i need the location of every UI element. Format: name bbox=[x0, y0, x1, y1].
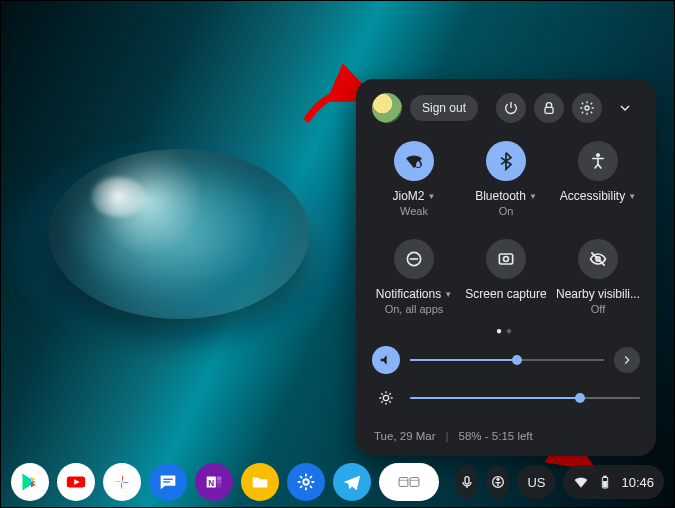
wifi-icon bbox=[394, 141, 434, 181]
svg-rect-18 bbox=[217, 484, 222, 488]
screen-capture-label: Screen capture bbox=[465, 287, 546, 301]
quick-settings-panel: Sign out JioM2▼ Weak Bluetooth▼ On Acces… bbox=[356, 79, 656, 456]
accessibility-label: Accessibility bbox=[560, 189, 625, 203]
ime-button[interactable]: US bbox=[517, 465, 555, 499]
svg-rect-24 bbox=[465, 477, 469, 484]
svg-rect-21 bbox=[410, 478, 419, 487]
accessibility-tile[interactable]: Accessibility▼ bbox=[556, 141, 640, 217]
settings-button[interactable] bbox=[572, 93, 602, 123]
svg-point-1 bbox=[585, 106, 589, 110]
bluetooth-sublabel: On bbox=[499, 205, 514, 217]
audio-settings-button[interactable] bbox=[614, 347, 640, 373]
battery-label[interactable]: 58% - 5:15 left bbox=[459, 430, 533, 442]
wifi-tile[interactable]: JioM2▼ Weak bbox=[372, 141, 456, 217]
svg-point-7 bbox=[503, 257, 508, 262]
settings-app[interactable] bbox=[287, 463, 325, 501]
brightness-slider-row bbox=[372, 384, 640, 412]
window-overview[interactable] bbox=[379, 463, 439, 501]
bluetooth-label: Bluetooth bbox=[475, 189, 526, 203]
do-not-disturb-icon bbox=[394, 239, 434, 279]
svg-point-26 bbox=[496, 478, 499, 481]
svg-text:N: N bbox=[208, 479, 214, 488]
lock-button[interactable] bbox=[534, 93, 564, 123]
svg-point-19 bbox=[303, 479, 309, 485]
svg-rect-16 bbox=[217, 477, 222, 481]
bluetooth-icon bbox=[486, 141, 526, 181]
user-avatar[interactable] bbox=[372, 93, 402, 123]
screen-reader-button[interactable] bbox=[486, 465, 509, 499]
svg-rect-29 bbox=[604, 481, 607, 487]
shelf: N US 10:46 bbox=[1, 457, 674, 507]
dictation-button[interactable] bbox=[455, 465, 478, 499]
clock: 10:46 bbox=[621, 475, 654, 490]
screen-capture-icon bbox=[486, 239, 526, 279]
accessibility-icon bbox=[578, 141, 618, 181]
power-button[interactable] bbox=[496, 93, 526, 123]
collapse-button[interactable] bbox=[610, 93, 640, 123]
date-label: Tue, 29 Mar bbox=[374, 430, 436, 442]
volume-slider-row bbox=[372, 346, 640, 374]
nearby-sublabel: Off bbox=[591, 303, 605, 315]
status-area[interactable]: 10:46 bbox=[563, 465, 664, 499]
wifi-status-icon bbox=[573, 474, 589, 490]
telegram-app[interactable] bbox=[333, 463, 371, 501]
screen-capture-tile[interactable]: Screen capture bbox=[464, 239, 548, 315]
divider: | bbox=[446, 430, 449, 442]
svg-rect-17 bbox=[217, 480, 222, 484]
nearby-visibility-tile[interactable]: Nearby visibili... Off bbox=[556, 239, 640, 315]
bluetooth-tile[interactable]: Bluetooth▼ On bbox=[464, 141, 548, 217]
caret-icon: ▼ bbox=[428, 192, 436, 201]
svg-rect-28 bbox=[604, 476, 607, 477]
onenote-app[interactable]: N bbox=[195, 463, 233, 501]
photos-app[interactable] bbox=[103, 463, 141, 501]
notifications-tile[interactable]: Notifications▼ On, all apps bbox=[372, 239, 456, 315]
notifications-sublabel: On, all apps bbox=[385, 303, 444, 315]
volume-slider[interactable] bbox=[410, 353, 604, 367]
messages-app[interactable] bbox=[149, 463, 187, 501]
caret-icon: ▼ bbox=[529, 192, 537, 201]
volume-icon[interactable] bbox=[372, 346, 400, 374]
wifi-sublabel: Weak bbox=[400, 205, 428, 217]
battery-status-icon bbox=[597, 474, 613, 490]
wifi-label: JioM2 bbox=[393, 189, 425, 203]
brightness-slider[interactable] bbox=[410, 391, 640, 405]
visibility-off-icon bbox=[578, 239, 618, 279]
caret-icon: ▼ bbox=[444, 290, 452, 299]
nearby-label: Nearby visibili... bbox=[556, 287, 640, 301]
brightness-icon bbox=[372, 384, 400, 412]
caret-icon: ▼ bbox=[628, 192, 636, 201]
wallpaper-droplet bbox=[49, 149, 309, 319]
play-store-app[interactable] bbox=[11, 463, 49, 501]
svg-rect-20 bbox=[399, 478, 408, 487]
youtube-app[interactable] bbox=[57, 463, 95, 501]
notifications-label: Notifications bbox=[376, 287, 441, 301]
sign-out-button[interactable]: Sign out bbox=[410, 95, 478, 121]
svg-point-10 bbox=[383, 395, 388, 400]
svg-point-3 bbox=[596, 154, 599, 157]
svg-rect-6 bbox=[499, 254, 512, 264]
files-app[interactable] bbox=[241, 463, 279, 501]
svg-rect-0 bbox=[545, 107, 553, 113]
page-indicator[interactable]: ●● bbox=[372, 325, 640, 336]
